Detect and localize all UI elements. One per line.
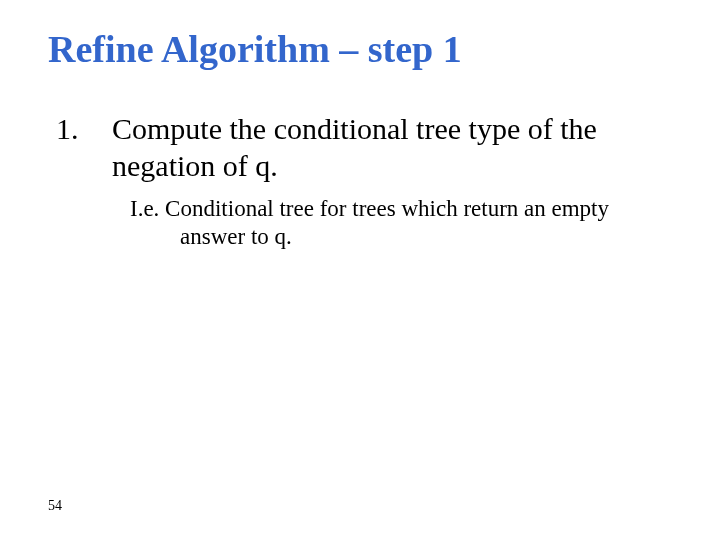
list-item-1: 1. Compute the conditional tree type of … bbox=[56, 110, 672, 185]
slide-body: 1. Compute the conditional tree type of … bbox=[48, 110, 672, 253]
list-text: Compute the conditional tree type of the… bbox=[112, 110, 672, 185]
list-note-text: I.e. Conditional tree for trees which re… bbox=[130, 195, 672, 253]
slide: Refine Algorithm – step 1 1. Compute the… bbox=[0, 0, 720, 540]
slide-title: Refine Algorithm – step 1 bbox=[48, 28, 672, 72]
page-number: 54 bbox=[48, 498, 62, 514]
list-note: I.e. Conditional tree for trees which re… bbox=[56, 195, 672, 253]
list-marker: 1. bbox=[56, 110, 112, 185]
